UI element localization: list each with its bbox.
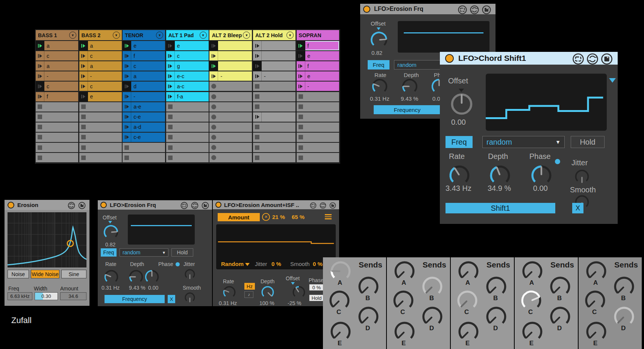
clip-slot[interactable]: a bbox=[36, 41, 78, 50]
clip-launch-button[interactable] bbox=[123, 71, 131, 81]
offset-knob[interactable] bbox=[103, 224, 119, 242]
clip-stop-button[interactable] bbox=[81, 104, 86, 109]
clip-stop-button[interactable] bbox=[211, 155, 216, 160]
clip-launch-button[interactable] bbox=[297, 61, 305, 71]
clip-launch-button[interactable] bbox=[36, 71, 44, 81]
clip-slot[interactable]: - bbox=[123, 92, 165, 101]
map-x-button[interactable]: X bbox=[572, 203, 583, 213]
rate-knob[interactable] bbox=[223, 286, 236, 301]
clip-launch-button[interactable] bbox=[123, 133, 131, 142]
clip-stop-button[interactable] bbox=[299, 145, 303, 150]
empty-clip-slot[interactable] bbox=[79, 143, 122, 152]
empty-clip-slot[interactable] bbox=[123, 143, 165, 152]
clip-stop-button[interactable] bbox=[38, 104, 42, 109]
empty-clip-slot[interactable] bbox=[253, 133, 295, 142]
clip-launch-button[interactable] bbox=[166, 92, 175, 101]
clip-launch-button[interactable] bbox=[36, 92, 44, 101]
mode-noise-button[interactable]: Noise bbox=[8, 270, 29, 278]
phase-knob[interactable] bbox=[144, 269, 159, 286]
smooth-knob[interactable] bbox=[184, 292, 195, 305]
clip-launch-button[interactable] bbox=[253, 51, 262, 60]
empty-clip-slot[interactable] bbox=[297, 92, 339, 101]
clip-stop-button[interactable] bbox=[211, 115, 216, 119]
map-x-button[interactable]: X bbox=[168, 295, 175, 303]
empty-clip-slot[interactable] bbox=[209, 122, 252, 132]
offset-value[interactable]: 0.00 bbox=[451, 118, 466, 127]
clip-stop-button[interactable] bbox=[299, 125, 303, 129]
clip-stop-button[interactable] bbox=[124, 145, 129, 150]
empty-clip-slot[interactable] bbox=[209, 133, 252, 142]
clip-slot[interactable]: a bbox=[36, 61, 78, 71]
clip-slot[interactable]: f bbox=[123, 51, 165, 60]
map-icon[interactable] bbox=[457, 5, 468, 15]
empty-clip-slot[interactable] bbox=[253, 92, 295, 101]
track-header-bass-1[interactable]: BASS 1▼ bbox=[36, 30, 78, 40]
clip-slot[interactable]: - bbox=[36, 71, 78, 81]
clip-stop-button[interactable] bbox=[38, 145, 42, 150]
amount-map-button[interactable]: Amount bbox=[218, 213, 260, 221]
clip-slot[interactable] bbox=[253, 61, 295, 71]
hold-button[interactable]: Hold bbox=[571, 136, 605, 148]
depth-value[interactable]: 9.43 % bbox=[129, 285, 145, 291]
clip-launch-button[interactable] bbox=[253, 61, 262, 71]
empty-clip-slot[interactable] bbox=[209, 143, 252, 152]
track-dropdown-icon[interactable]: ▼ bbox=[200, 32, 207, 39]
empty-clip-slot[interactable] bbox=[166, 112, 209, 122]
rate-value[interactable]: 0.31 Hz bbox=[370, 95, 389, 102]
clip-stop-button[interactable] bbox=[211, 135, 216, 140]
clip-launch-button[interactable] bbox=[123, 102, 131, 112]
clip-stop-button[interactable] bbox=[211, 94, 216, 99]
erosion-frequency-graph[interactable] bbox=[8, 212, 86, 267]
chevron-down-icon[interactable] bbox=[245, 263, 250, 266]
depth-value[interactable]: 34.9 % bbox=[488, 184, 511, 193]
map-icon[interactable] bbox=[180, 201, 189, 210]
empty-clip-slot[interactable] bbox=[36, 112, 78, 122]
clip-stop-button[interactable] bbox=[299, 156, 303, 160]
clip-stop-button[interactable] bbox=[255, 145, 259, 150]
clip-launch-button[interactable] bbox=[36, 61, 44, 71]
clip-launch-button[interactable] bbox=[209, 41, 218, 50]
clip-stop-button[interactable] bbox=[211, 145, 216, 150]
device-titlebar[interactable]: Erosion bbox=[5, 200, 89, 210]
empty-clip-slot[interactable] bbox=[166, 133, 209, 142]
clip-stop-button[interactable] bbox=[299, 94, 303, 99]
rate-knob[interactable] bbox=[104, 269, 119, 286]
empty-clip-slot[interactable] bbox=[297, 112, 339, 122]
sync-icon[interactable] bbox=[190, 201, 199, 210]
clip-slot[interactable] bbox=[253, 112, 295, 122]
clip-slot[interactable]: e bbox=[79, 92, 122, 101]
clip-stop-button[interactable] bbox=[255, 135, 259, 139]
sync-icon[interactable] bbox=[67, 201, 76, 210]
empty-clip-slot[interactable] bbox=[209, 82, 252, 91]
waveform-dropdown[interactable]: random ▼ bbox=[120, 248, 168, 257]
empty-clip-slot[interactable] bbox=[79, 112, 122, 122]
clip-slot[interactable]: c-e bbox=[123, 133, 165, 142]
clip-stop-button[interactable] bbox=[81, 135, 86, 139]
save-icon[interactable] bbox=[329, 201, 337, 210]
max-percent-value[interactable]: 65 % bbox=[292, 214, 305, 220]
depth-knob[interactable] bbox=[261, 286, 274, 301]
clip-launch-button[interactable] bbox=[36, 41, 44, 50]
depth-value[interactable]: 100 % bbox=[259, 300, 274, 306]
depth-value[interactable]: 9.43 % bbox=[401, 95, 418, 102]
device-on-led[interactable] bbox=[363, 6, 370, 13]
clip-slot[interactable]: d bbox=[123, 82, 165, 91]
clip-slot[interactable]: - bbox=[297, 82, 339, 91]
clip-slot[interactable]: e bbox=[123, 41, 165, 50]
depth-knob[interactable] bbox=[129, 269, 144, 286]
empty-clip-slot[interactable] bbox=[36, 133, 78, 142]
empty-clip-slot[interactable] bbox=[79, 122, 122, 132]
clip-slot[interactable]: e-c bbox=[166, 71, 209, 81]
empty-clip-slot[interactable] bbox=[166, 143, 209, 152]
waveform-dropdown[interactable]: random ▼ bbox=[482, 136, 565, 148]
mode-sine-button[interactable]: Sine bbox=[61, 270, 86, 278]
mode-wide-noise-button[interactable]: Wide Noise bbox=[31, 270, 59, 278]
offset-knob[interactable] bbox=[292, 286, 306, 301]
clip-stop-button[interactable] bbox=[168, 125, 173, 129]
offset-knob[interactable] bbox=[450, 92, 473, 117]
clip-launch-button[interactable] bbox=[166, 82, 175, 91]
empty-clip-slot[interactable] bbox=[79, 102, 122, 112]
offset-value[interactable]: 0.82 bbox=[105, 242, 115, 248]
clip-slot[interactable]: - bbox=[79, 71, 122, 81]
clip-launch-button[interactable] bbox=[297, 41, 305, 50]
